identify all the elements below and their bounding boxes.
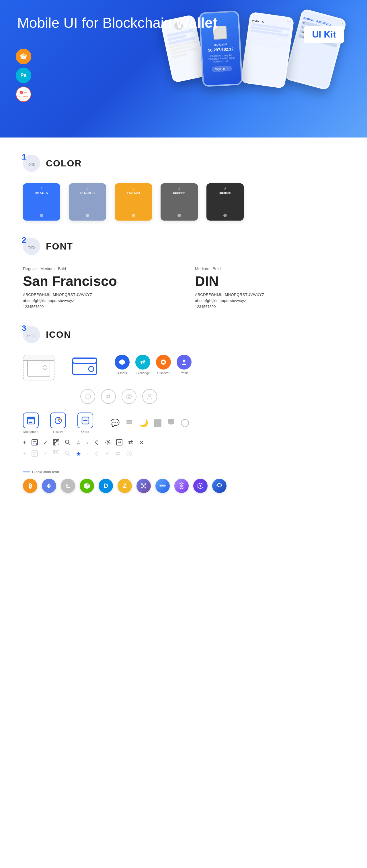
history-label: History — [53, 430, 63, 433]
discover-outline-icon — [121, 389, 137, 404]
svg-point-61 — [129, 452, 130, 453]
share-icon-muted — [93, 450, 100, 458]
svg-rect-30 — [168, 419, 174, 424]
photoshop-badge: Ps — [16, 68, 31, 83]
addlist-icon-muted — [32, 450, 38, 458]
circle-icon — [154, 420, 162, 427]
dash-icon: D — [98, 479, 113, 493]
section-number-3: 3 THREE — [23, 326, 40, 343]
svg-rect-55 — [54, 451, 55, 453]
crypto-icons-row: ₿ Ł — [23, 479, 344, 493]
font-lower-sf: abcdefghijklmnopqrstuvwxyz — [23, 299, 172, 303]
blockchain-label-text: BlockChain Icon — [32, 470, 59, 474]
swatch-steel: # 8DA0C8 — [69, 183, 106, 221]
svg-rect-56 — [56, 451, 59, 453]
icon-main-row: Assets Exchange — [23, 355, 344, 380]
order-icon — [78, 412, 93, 428]
color-section: 1 ONE COLOR # 3574FA # 8DA0C8 # F5A623 — [23, 155, 344, 221]
layers-icon — [125, 418, 133, 428]
font-title: FONT — [46, 241, 73, 252]
svg-rect-44 — [58, 443, 58, 443]
swatch-gray: # 666666 — [161, 183, 198, 221]
svg-rect-40 — [57, 440, 58, 441]
main-content: 1 ONE COLOR # 3574FA # 8DA0C8 # F5A623 — [0, 137, 367, 527]
color-title: COLOR — [46, 158, 82, 169]
blockchain-label: BlockChain Icon — [23, 470, 344, 474]
swap-icon-muted — [115, 450, 121, 458]
settings-icon — [105, 439, 111, 447]
sketch-icon — [20, 53, 28, 60]
back-icon: ‹ — [86, 439, 88, 447]
qr-icon-muted — [53, 450, 59, 458]
hero-section: Mobile UI for Blockchain Wallet UI Kit P… — [0, 0, 367, 137]
section-number-2: 2 TWO — [23, 238, 40, 255]
management-icon-item: Mangment — [23, 412, 39, 433]
swap-icon — [128, 439, 134, 447]
svg-point-47 — [65, 440, 69, 443]
svg-point-71 — [144, 483, 146, 485]
hero-badges: Ps 60+ Screens — [16, 49, 31, 102]
svg-point-77 — [200, 485, 201, 487]
management-icon — [23, 412, 39, 428]
wallet-wireframe-icon — [23, 355, 55, 380]
swatch-dot — [177, 214, 181, 217]
discover-icon — [160, 359, 167, 366]
exchange-icon-item: Exchange — [135, 355, 150, 375]
swatch-dot — [223, 214, 227, 217]
message-icon: 💬 — [110, 418, 119, 427]
font-upper-sf: ABCDEFGHIJKLMNOPQRSTUVWXYZ — [23, 292, 172, 297]
expand-icon — [116, 439, 122, 447]
svg-marker-6 — [119, 359, 125, 365]
close-icon: ✕ — [139, 439, 144, 447]
sketch-badge — [16, 49, 31, 64]
color-swatches: # 3574FA # 8DA0C8 # F5A623 # 666666 # — [23, 183, 344, 221]
swatch-dot — [132, 214, 135, 217]
swatch-dark: # 303030 — [206, 183, 244, 221]
blockchain-section: BlockChain Icon ₿ Ł — [23, 470, 344, 493]
svg-point-13 — [148, 394, 151, 397]
mgmt-icons-row: Mangment History — [23, 412, 344, 433]
svg-line-48 — [68, 443, 70, 445]
poly-icon — [193, 479, 207, 493]
phone-mockup-4: + myWallet 6,297,502.12 BTC12.298 ETH708… — [284, 8, 347, 91]
font-numbers-sf: 1234567890 — [23, 305, 172, 309]
info-icon: i — [181, 419, 189, 427]
font-style-label-sf: Regular · Medium · Bold — [23, 267, 172, 271]
svg-marker-31 — [169, 424, 173, 425]
svg-rect-28 — [126, 422, 132, 423]
svg-point-57 — [65, 451, 69, 455]
grid-icon — [137, 479, 151, 493]
plus-icon-muted: + — [23, 450, 26, 458]
svg-rect-38 — [54, 440, 55, 441]
svg-point-11 — [127, 394, 132, 399]
divider — [23, 464, 344, 464]
svg-point-72 — [141, 487, 143, 489]
font-upper-din: ABCDEFGHIJKLMNOPQRSTUVWXYZ — [195, 292, 344, 297]
share-icon — [93, 439, 100, 447]
profile-icon — [180, 359, 188, 366]
svg-rect-51 — [32, 451, 37, 456]
star-icon: ☆ — [76, 439, 81, 447]
svg-point-5 — [89, 366, 94, 372]
svg-rect-46 — [58, 444, 58, 444]
font-name-sf: San Francisco — [23, 273, 172, 289]
order-label: Order — [81, 430, 89, 433]
ui-kit-badge: UI Kit — [304, 26, 344, 43]
svg-rect-42 — [54, 443, 55, 444]
search-icon — [64, 439, 71, 447]
svg-rect-45 — [57, 444, 57, 444]
svg-point-49 — [107, 441, 109, 443]
ethereum-icon — [42, 479, 56, 493]
discover-icon-item: Discover — [156, 355, 171, 375]
history-icon-item: History — [50, 412, 66, 433]
neo-icon — [80, 479, 94, 493]
profile-icon-item: Profile — [177, 355, 192, 375]
svg-point-9 — [183, 360, 186, 362]
svg-point-70 — [141, 483, 143, 485]
tool-icons-row-1: + ✓ — [23, 439, 344, 447]
font-numbers-din: 1234567890 — [195, 305, 344, 309]
exchange-label: Exchange — [136, 371, 150, 375]
swatch-dot — [40, 214, 43, 217]
assets-icon-item: Assets — [115, 355, 130, 375]
font-block-sf: Regular · Medium · Bold San Francisco AB… — [23, 267, 172, 309]
